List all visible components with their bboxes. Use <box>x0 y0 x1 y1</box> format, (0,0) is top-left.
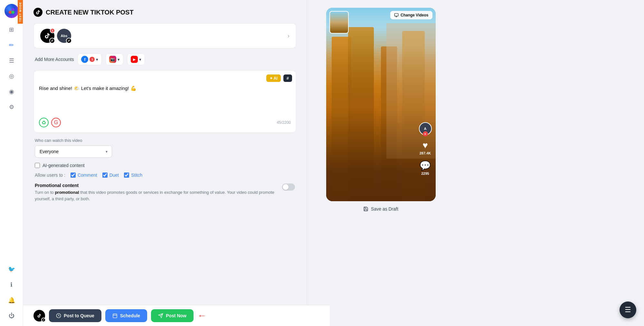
duet-label: Duet <box>109 173 119 178</box>
sidebar-item-feed[interactable]: ◎ <box>5 70 18 83</box>
follow-plus-icon: + <box>423 131 428 136</box>
allow-users-label: Allow users to : <box>35 173 65 178</box>
caption-footer: ♻ G 45/2200 <box>39 118 291 127</box>
promo-title: Promotional content <box>35 183 278 188</box>
account-selector[interactable]: 1 Abs › <box>33 23 296 48</box>
caption-tools-bottom: ♻ G <box>39 118 61 127</box>
caption-box: ✦ AI # ♻ G 45/2200 <box>33 70 296 133</box>
promo-text-wrap: Promotional content Turn on to promotion… <box>35 183 278 202</box>
sidebar-item-power[interactable]: ⏻ <box>5 309 18 322</box>
recycle-icon-btn[interactable]: ♻ <box>39 118 49 127</box>
ai-generated-label: AI-generated content <box>43 163 85 168</box>
comment-checkbox[interactable] <box>71 173 76 178</box>
schedule-button[interactable]: Schedule <box>105 309 147 322</box>
post-to-queue-button[interactable]: Post to Queue <box>49 309 101 322</box>
toggle-knob <box>283 184 289 190</box>
visibility-label: Who can watch this video <box>35 138 295 143</box>
stitch-checkbox[interactable] <box>124 173 129 178</box>
instagram-icon: 📷 <box>109 56 116 63</box>
change-videos-label: Change Videos <box>401 13 428 17</box>
test-mode-badge: TEST MODE <box>18 0 23 24</box>
post-now-button[interactable]: Post Now <box>151 309 194 322</box>
add-accounts-label: Add More Accounts <box>35 57 74 62</box>
facebook-add-btn[interactable]: f 1 ▾ <box>78 54 102 65</box>
heart-icon: ♥ <box>422 140 428 151</box>
likes-count: 287.4K <box>420 151 431 155</box>
instagram-chevron: ▾ <box>118 57 120 62</box>
main-content: CREATE NEW TIKTOK POST 1 Abs <box>23 0 307 326</box>
secondary-account-wrap: Abs <box>57 29 71 43</box>
visibility-row: Who can watch this video Everyone Friend… <box>35 138 295 158</box>
video-preview: Change Videos A + ♥ 287.4K 💬 2295 <box>326 8 436 201</box>
like-action[interactable]: ♥ 287.4K <box>420 140 431 155</box>
settings-section: Who can watch this video Everyone Friend… <box>33 138 296 207</box>
grammarly-icon-btn[interactable]: G <box>51 118 61 127</box>
page-title-text: CREATE NEW TIKTOK POST <box>46 9 134 16</box>
change-videos-button[interactable]: Change Videos <box>390 11 432 19</box>
schedule-icon <box>112 313 118 318</box>
sidebar-item-content[interactable]: ☰ <box>5 54 18 67</box>
sidebar-item-analytics[interactable]: ◉ <box>5 85 18 98</box>
visibility-select[interactable]: Everyone Friends Only me <box>35 145 112 158</box>
ai-generated-row: AI-generated content <box>35 163 295 168</box>
sidebar-item-compose[interactable]: ✏ <box>5 39 18 52</box>
bottom-account <box>33 310 45 321</box>
comment-label: Comment <box>78 173 97 178</box>
duet-group: Duet <box>102 173 119 178</box>
save-draft-button[interactable]: Save as Draft <box>363 206 398 212</box>
account-selector-chevron: › <box>288 33 289 39</box>
save-draft-label: Save as Draft <box>371 206 398 212</box>
allow-users-row: Allow users to : Comment Duet Stitch <box>35 173 295 178</box>
arrow-indicator: ← <box>197 311 206 321</box>
fab-button[interactable]: ☰ <box>620 301 636 318</box>
char-count: 45/2200 <box>277 120 291 125</box>
video-right-actions: A + ♥ 287.4K 💬 2295 <box>419 122 432 175</box>
comment-action[interactable]: 💬 2295 <box>420 160 431 175</box>
post-now-icon <box>158 313 163 318</box>
schedule-label: Schedule <box>120 313 140 318</box>
caption-tools: ✦ AI # <box>266 74 292 82</box>
page-title-row: CREATE NEW TIKTOK POST <box>33 8 296 17</box>
comments-count: 2295 <box>421 172 429 175</box>
caption-input[interactable] <box>39 76 291 114</box>
comment-group: Comment <box>71 173 97 178</box>
facebook-icon: f <box>81 56 88 63</box>
add-accounts-row: Add More Accounts f 1 ▾ 📷 ▾ ▶ ▾ <box>33 54 296 65</box>
app-logo[interactable] <box>5 4 19 18</box>
instagram-add-btn[interactable]: 📷 ▾ <box>106 54 123 65</box>
promotional-toggle[interactable] <box>282 183 295 191</box>
youtube-add-btn[interactable]: ▶ ▾ <box>127 54 145 65</box>
sidebar-item-notifications[interactable]: 🔔 <box>5 294 18 307</box>
youtube-icon: ▶ <box>131 56 138 63</box>
sidebar-item-info[interactable]: ℹ <box>5 278 18 291</box>
visibility-select-wrap: Everyone Friends Only me <box>35 145 112 158</box>
video-creator-avatar[interactable]: A + <box>419 122 432 135</box>
facebook-chevron: ▾ <box>96 57 98 62</box>
svg-point-3 <box>11 11 14 14</box>
facebook-notif-badge: 1 <box>90 57 95 62</box>
post-now-label: Post Now <box>166 313 186 318</box>
primary-account-notif: 1 <box>50 28 55 33</box>
svg-rect-6 <box>113 314 117 318</box>
duet-checkbox[interactable] <box>102 173 108 178</box>
sidebar-item-twitter[interactable]: 🐦 <box>5 263 18 276</box>
ai-generated-checkbox[interactable] <box>35 163 40 168</box>
post-to-queue-label: Post to Queue <box>64 313 94 318</box>
hashtag-button[interactable]: # <box>283 74 292 82</box>
sidebar-item-dashboard[interactable]: ⊞ <box>5 23 18 36</box>
youtube-chevron: ▾ <box>139 57 141 62</box>
promo-desc: Turn on to promotional that this video p… <box>35 189 278 202</box>
tiktok-icon <box>33 8 43 17</box>
primary-account-wrap: 1 <box>40 29 54 43</box>
bottom-bar: Post to Queue Schedule Post Now ← <box>23 305 330 326</box>
ai-button[interactable]: ✦ AI <box>266 74 281 82</box>
stitch-label: Stitch <box>131 173 142 178</box>
video-thumbnail-top[interactable] <box>329 11 349 34</box>
sidebar: TEST MODE ⊞ ✏ ☰ ◎ ◉ ⚙ 🐦 ℹ 🔔 ⏻ <box>0 0 23 326</box>
save-draft-icon <box>363 206 368 212</box>
svg-rect-4 <box>394 14 398 16</box>
comment-icon: 💬 <box>420 160 431 171</box>
sidebar-item-settings[interactable]: ⚙ <box>5 101 18 114</box>
bottom-avatar <box>33 310 45 321</box>
secondary-account-tiktok-badge <box>66 38 72 44</box>
